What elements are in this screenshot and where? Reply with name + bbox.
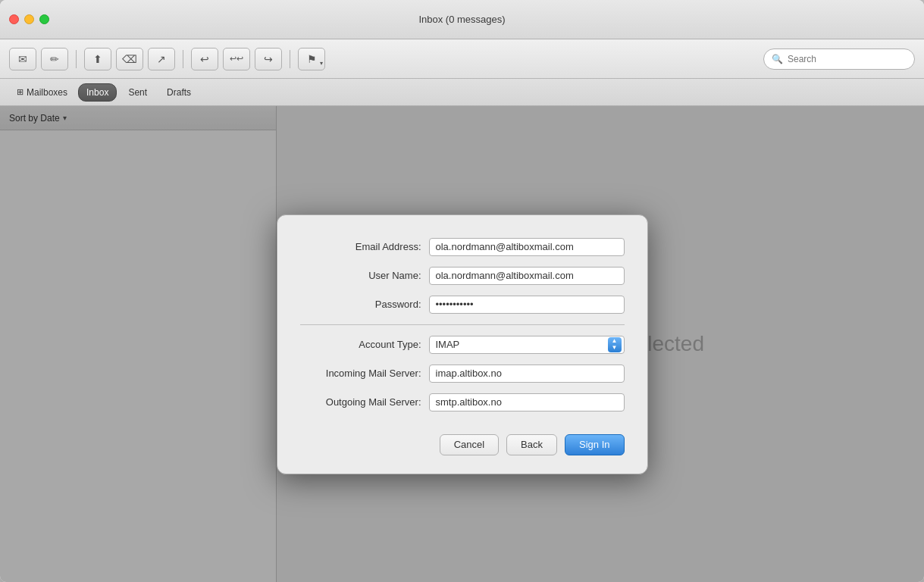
archive-icon: ⬆: [93, 53, 102, 65]
minimize-button[interactable]: [24, 14, 34, 24]
reply-all-icon: ↩↩: [230, 54, 243, 64]
reply-icon: ↩: [200, 53, 209, 65]
tab-drafts[interactable]: Drafts: [158, 83, 199, 102]
username-label: User Name:: [300, 270, 429, 281]
modal-footer: Cancel Back Sign In: [300, 427, 625, 455]
flag-button[interactable]: ⚑ ▾: [298, 48, 325, 70]
mailboxes-label: Mailboxes: [27, 87, 67, 98]
signin-modal: Email Address: User Name: Password: Acco…: [277, 214, 648, 474]
username-row: User Name:: [300, 267, 625, 285]
email-row: Email Address:: [300, 238, 625, 256]
separator-3: [290, 50, 290, 68]
sent-label: Sent: [128, 87, 147, 98]
separator-1: [76, 50, 77, 68]
cancel-button[interactable]: Cancel: [440, 434, 499, 455]
back-button[interactable]: Back: [506, 434, 557, 455]
search-input[interactable]: [788, 54, 901, 64]
forward-button[interactable]: ↪: [255, 48, 282, 70]
password-label: Password:: [300, 299, 429, 310]
search-icon: 🔍: [772, 54, 783, 64]
move-button[interactable]: ↗: [148, 48, 175, 70]
outgoing-server-row: Outgoing Mail Server:: [300, 393, 625, 411]
compose-button[interactable]: ✉: [9, 48, 36, 70]
form-divider: [300, 324, 625, 325]
signin-button[interactable]: Sign In: [565, 434, 624, 455]
mailboxes-button[interactable]: ⊞ Mailboxes: [9, 83, 75, 102]
flag-dropdown-icon: ▾: [320, 60, 323, 67]
forward-icon: ↪: [264, 53, 273, 65]
tab-sent[interactable]: Sent: [120, 83, 155, 102]
reply-all-button[interactable]: ↩↩: [223, 48, 250, 70]
modal-overlay: Email Address: User Name: Password: Acco…: [0, 106, 924, 582]
email-input[interactable]: [429, 238, 625, 256]
password-row: Password:: [300, 296, 625, 314]
delete-button[interactable]: ⌫: [116, 48, 143, 70]
navbar: ⊞ Mailboxes Inbox Sent Drafts: [0, 79, 924, 106]
tab-inbox[interactable]: Inbox: [78, 83, 117, 102]
close-button[interactable]: [9, 14, 19, 24]
delete-icon: ⌫: [122, 53, 137, 65]
incoming-server-row: Incoming Mail Server:: [300, 365, 625, 383]
incoming-server-input[interactable]: [429, 365, 625, 383]
toolbar: ✉ ✏ ⬆ ⌫ ↗ ↩ ↩↩ ↪ ⚑ ▾ �: [0, 39, 924, 79]
maximize-button[interactable]: [39, 14, 49, 24]
mailboxes-grid-icon: ⊞: [17, 87, 23, 97]
account-type-label: Account Type:: [300, 339, 429, 350]
incoming-server-label: Incoming Mail Server:: [300, 368, 429, 379]
traffic-lights: [9, 14, 49, 24]
account-type-wrapper: IMAP POP ▲ ▼: [429, 336, 625, 354]
outgoing-server-label: Outgoing Mail Server:: [300, 396, 429, 408]
main-content: Sort by Date ▾ No Message Selected Email…: [0, 106, 924, 582]
account-type-row: Account Type: IMAP POP ▲ ▼: [300, 336, 625, 354]
username-input[interactable]: [429, 267, 625, 285]
email-label: Email Address:: [300, 241, 429, 252]
compose-icon: ✉: [18, 53, 27, 65]
window-title: Inbox (0 messages): [418, 14, 505, 25]
outgoing-server-input[interactable]: [429, 393, 625, 411]
drafts-label: Drafts: [167, 87, 191, 98]
search-container: 🔍: [763, 48, 915, 70]
inbox-label: Inbox: [86, 87, 108, 98]
titlebar: Inbox (0 messages): [0, 0, 924, 39]
reply-button[interactable]: ↩: [191, 48, 218, 70]
new-note-icon: ✏: [50, 53, 59, 65]
new-note-button[interactable]: ✏: [41, 48, 68, 70]
password-input[interactable]: [429, 296, 625, 314]
move-icon: ↗: [157, 53, 166, 65]
mail-window: Inbox (0 messages) ✉ ✏ ⬆ ⌫ ↗ ↩ ↩↩ ↪: [0, 0, 924, 582]
flag-icon: ⚑: [307, 53, 317, 65]
account-type-select[interactable]: IMAP POP: [429, 336, 625, 354]
separator-2: [183, 50, 183, 68]
archive-button[interactable]: ⬆: [84, 48, 111, 70]
